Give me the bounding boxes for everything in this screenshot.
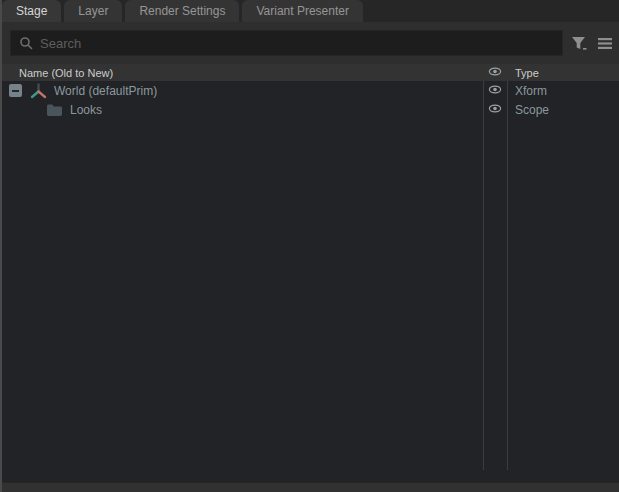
tree-row-world[interactable]: World (defaultPrim) Xform (2, 81, 619, 100)
tab-render-settings-label: Render Settings (139, 4, 225, 18)
prim-tree: World (defaultPrim) Xform (2, 81, 619, 482)
tab-render-settings[interactable]: Render Settings (125, 0, 239, 22)
tab-variant-presenter[interactable]: Variant Presenter (242, 0, 363, 22)
column-divider-2 (507, 81, 508, 470)
tab-variant-presenter-label: Variant Presenter (256, 4, 349, 18)
search-field[interactable] (10, 30, 563, 56)
stage-panel: Stage Layer Render Settings Variant Pres… (0, 0, 619, 492)
panel-bottom-edge (2, 482, 619, 492)
column-header-name[interactable]: Name (Old to New) (2, 67, 483, 79)
eye-icon (488, 84, 502, 98)
tab-layer[interactable]: Layer (64, 0, 122, 22)
search-input[interactable] (40, 36, 554, 51)
filter-icon[interactable] (571, 36, 588, 51)
prim-name[interactable]: Looks (70, 103, 102, 117)
prim-type: Xform (507, 84, 619, 98)
folder-icon (46, 103, 63, 117)
xform-gizmo-icon (30, 83, 47, 99)
eye-icon (488, 66, 502, 79)
eye-icon (488, 103, 502, 117)
collapse-toggle-icon[interactable] (9, 84, 22, 97)
column-divider-1 (483, 81, 484, 470)
menu-icon[interactable] (597, 37, 613, 50)
prim-name[interactable]: World (defaultPrim) (54, 84, 157, 98)
column-header-row: Name (Old to New) Type (2, 64, 619, 81)
column-header-type[interactable]: Type (507, 67, 619, 79)
column-header-visibility[interactable] (483, 66, 507, 79)
search-toolbar (571, 36, 613, 51)
search-row (10, 30, 613, 56)
visibility-toggle[interactable] (483, 103, 507, 117)
tab-stage[interactable]: Stage (2, 0, 61, 22)
tab-layer-label: Layer (78, 4, 108, 18)
tab-bar: Stage Layer Render Settings Variant Pres… (2, 0, 619, 22)
tree-row-looks[interactable]: Looks Scope (2, 100, 619, 119)
tab-stage-label: Stage (16, 4, 47, 18)
visibility-toggle[interactable] (483, 84, 507, 98)
prim-type: Scope (507, 103, 619, 117)
search-icon (19, 36, 33, 50)
